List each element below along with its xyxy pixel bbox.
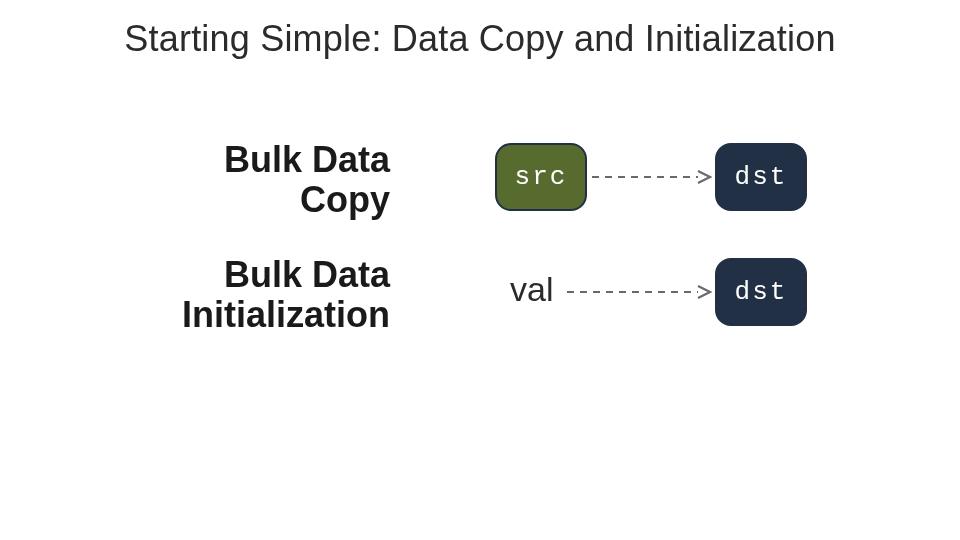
arrow-icon <box>590 170 712 184</box>
dst-chip-text: dst <box>735 162 788 192</box>
dst-chip: dst <box>715 258 807 326</box>
row-label-bulk-copy: Bulk DataCopy <box>140 140 390 221</box>
slide: Starting Simple: Data Copy and Initializ… <box>0 0 960 540</box>
src-chip-text: src <box>515 162 568 192</box>
slide-title: Starting Simple: Data Copy and Initializ… <box>0 18 960 60</box>
dst-chip-text: dst <box>735 277 788 307</box>
row-label-bulk-init: Bulk DataInitialization <box>100 255 390 336</box>
val-text: val <box>510 270 553 309</box>
arrow-icon <box>565 285 712 299</box>
row-label-text: Bulk DataInitialization <box>182 254 390 335</box>
dst-chip: dst <box>715 143 807 211</box>
row-label-text: Bulk DataCopy <box>224 139 390 220</box>
src-chip: src <box>495 143 587 211</box>
